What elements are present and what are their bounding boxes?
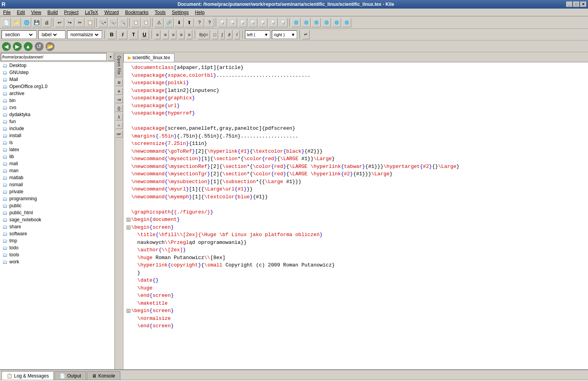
math4-button[interactable]: √: [234, 30, 240, 39]
minimize-button[interactable]: _: [566, 2, 572, 7]
sidebar-item-public[interactable]: 🗂public: [0, 202, 114, 209]
web2-button[interactable]: 🌐: [301, 18, 311, 27]
structure-select[interactable]: section subsection chapter: [4, 32, 34, 38]
math2-button[interactable]: ∫: [220, 30, 225, 39]
copy-button[interactable]: 📋: [85, 18, 95, 27]
sidebar-item-mail[interactable]: 🗂Mail: [0, 76, 114, 83]
nav-refresh-button[interactable]: ↺: [34, 42, 44, 51]
sidebar-item-private[interactable]: 🗂private: [0, 188, 114, 195]
math3-button[interactable]: ∂: [226, 30, 232, 39]
sidebar-item-latex[interactable]: 🗂latex: [0, 146, 114, 153]
nav-up-button[interactable]: ▲: [23, 42, 33, 51]
open-file-label[interactable]: Open file: [116, 53, 122, 78]
fontsize-select[interactable]: normalsize large small tiny: [69, 32, 100, 38]
close-button[interactable]: ✕: [580, 2, 586, 7]
menu-help[interactable]: Help: [194, 9, 206, 16]
nav-forward-button[interactable]: ▶: [12, 42, 22, 51]
chart5-button[interactable]: 📊: [258, 18, 268, 27]
bookmark-button[interactable]: ⊞: [116, 79, 123, 86]
down-button[interactable]: ⬇: [174, 18, 184, 27]
list4-button[interactable]: ≡: [186, 30, 192, 39]
nav-open-button[interactable]: 📂: [45, 42, 55, 51]
sidebar-item-work[interactable]: 🗂work: [0, 258, 114, 265]
sidebar-item-matlab[interactable]: 🗂matlab: [0, 174, 114, 181]
structure-dropdown[interactable]: section subsection chapter: [2, 30, 37, 39]
sidebar-item-software[interactable]: 🗂software: [0, 230, 114, 237]
label-dropdown[interactable]: label ref cite: [38, 30, 65, 39]
menu-tools[interactable]: Tools: [153, 9, 167, 16]
grep2-button[interactable]: 📋: [141, 18, 151, 27]
link-button[interactable]: 🔗: [164, 18, 174, 27]
up-button[interactable]: ⬆: [185, 18, 194, 27]
typewriter-button[interactable]: T: [129, 30, 138, 39]
web5-button[interactable]: 🌐: [332, 18, 341, 27]
list2-button[interactable]: ≡: [170, 30, 176, 39]
path-input[interactable]: [1, 53, 107, 61]
sidebar-item-sage_notebook[interactable]: 🗂sage_notebook: [0, 216, 114, 223]
zoom-in-button[interactable]: 🔍+: [98, 18, 107, 27]
plus-button[interactable]: +: [116, 88, 123, 95]
save-button[interactable]: 💾: [32, 18, 41, 27]
sidebar-item-dydaktyka[interactable]: 🗂dydaktyka: [0, 111, 114, 118]
sidebar-item-cvs[interactable]: 🗂cvs: [0, 104, 114, 111]
sidebar-item-public_html[interactable]: 🗂public_html: [0, 209, 114, 216]
sidebar-item-ls[interactable]: 🗂ls: [0, 139, 114, 146]
zoom-fit-button[interactable]: 🔍: [118, 18, 128, 27]
web4-button[interactable]: 🌐: [322, 18, 331, 27]
italic-button[interactable]: I: [118, 30, 127, 39]
menu-settings[interactable]: Settings: [170, 9, 190, 16]
new-button[interactable]: 📄: [2, 18, 11, 27]
right-paren-arrow[interactable]: ▼: [291, 32, 295, 37]
menu-bookmarks[interactable]: Bookmarks: [123, 9, 150, 16]
menu-edit[interactable]: Edit: [15, 9, 26, 16]
sidebar-item-bin[interactable]: 🗂bin: [0, 97, 114, 104]
path-dropdown-button[interactable]: ▼: [107, 53, 114, 61]
list3-button[interactable]: ≡: [178, 30, 184, 39]
sidebar-item-man[interactable]: 🗂man: [0, 167, 114, 174]
nav-back-button[interactable]: ◀: [2, 42, 11, 51]
print-button[interactable]: 🖨: [42, 18, 51, 27]
fold-button[interactable]: -: [127, 226, 130, 229]
fold-button[interactable]: -: [127, 309, 130, 313]
chart2-button[interactable]: 📊: [228, 18, 237, 27]
math1-button[interactable]: □: [211, 30, 218, 39]
align-button[interactable]: ≡: [154, 30, 160, 39]
sidebar-item-programming[interactable]: 🗂programming: [0, 195, 114, 202]
left-paren-arrow[interactable]: ▼: [264, 32, 268, 37]
warning-button[interactable]: ⚠: [154, 18, 164, 27]
list1-button[interactable]: ≡: [162, 30, 168, 39]
sidebar-item-archive[interactable]: 🗂archive: [0, 90, 114, 97]
bottom-tab-konsole[interactable]: 🖥 Konsole: [87, 371, 120, 380]
sidebar-item-include[interactable]: 🗂include: [0, 125, 114, 132]
help-button[interactable]: ?: [195, 18, 204, 27]
menu-latex[interactable]: LaTeX: [83, 9, 100, 16]
menu-wizard[interactable]: Wizard: [103, 9, 120, 16]
lambda-button[interactable]: λ: [116, 113, 123, 120]
help2-button[interactable]: ?: [205, 18, 214, 27]
sidebar-item-tmp[interactable]: 🗂tmp: [0, 237, 114, 244]
menu-view[interactable]: View: [30, 9, 43, 16]
web3-button[interactable]: 🌐: [312, 18, 321, 27]
bold-button[interactable]: B: [107, 30, 116, 39]
right-paren-dropdown[interactable]: right ) ▼: [272, 30, 297, 39]
brace-button[interactable]: {}: [116, 105, 123, 112]
sidebar-item-gnustep[interactable]: 🗂GNUstep: [0, 69, 114, 76]
arrow-button[interactable]: ⇒: [116, 96, 123, 103]
zoom-out-button[interactable]: 🔍-: [108, 18, 118, 27]
menu-project[interactable]: Project: [63, 9, 80, 16]
chart6-button[interactable]: 📊: [268, 18, 278, 27]
editor-area[interactable]: \documentclass[a4paper,11pt]{article}\us…: [123, 62, 588, 369]
sort-button[interactable]: ≈: [116, 122, 123, 129]
mf-button[interactable]: MF: [116, 131, 123, 138]
sidebar-item-mail[interactable]: 🗂mail: [0, 160, 114, 167]
chart3-button[interactable]: 📊: [238, 18, 247, 27]
undo-button[interactable]: ↩: [55, 18, 64, 27]
maximize-button[interactable]: □: [573, 2, 579, 7]
redo-button[interactable]: ↪: [65, 18, 74, 27]
label-select[interactable]: label ref cite: [40, 32, 58, 38]
fold-button[interactable]: -: [127, 218, 130, 222]
cut-button[interactable]: ✂: [75, 18, 85, 27]
sidebar-item-desktop[interactable]: 🗂Desktop: [0, 62, 114, 69]
web6-button[interactable]: 🌐: [342, 18, 351, 27]
open-button[interactable]: 📁: [12, 18, 21, 27]
